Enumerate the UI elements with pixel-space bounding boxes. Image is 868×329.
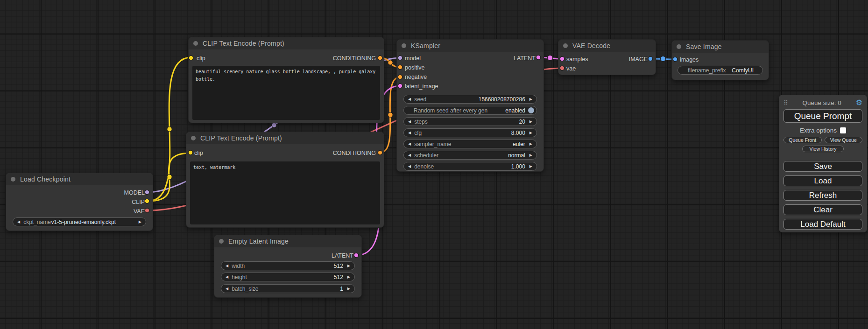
arrow-left-icon[interactable]: ◀	[226, 275, 228, 279]
widget-label: Random seed after every gen	[414, 107, 487, 114]
collapse-dot-icon[interactable]	[191, 136, 196, 140]
queue-prompt-button[interactable]: Queue Prompt	[783, 109, 862, 123]
arrow-left-icon[interactable]: ◀	[408, 98, 411, 101]
widget-label: batch_size	[232, 286, 258, 292]
arrow-right-icon[interactable]: ▶	[347, 275, 350, 279]
collapse-dot-icon[interactable]	[563, 43, 568, 48]
load-button[interactable]: Load	[783, 175, 862, 186]
widget-value: v1-5-pruned-emaonly.ckpt	[51, 219, 116, 225]
arrow-left-icon[interactable]: ◀	[17, 220, 20, 224]
node-title: KSampler	[411, 42, 440, 49]
save-button[interactable]: Save	[783, 161, 862, 172]
gear-icon[interactable]: ⚙	[856, 99, 862, 106]
input-label-samples: samples	[566, 56, 588, 63]
clear-button[interactable]: Clear	[783, 204, 862, 215]
output-label-image: IMAGE	[629, 56, 648, 63]
link-clip-negative	[148, 153, 191, 201]
collapse-dot-icon[interactable]	[193, 41, 198, 46]
drag-handle-icon[interactable]: ⠿	[783, 100, 788, 106]
output-label-latent: LATENT	[332, 252, 353, 259]
node-title: Save Image	[686, 43, 722, 50]
widget-label: seed	[414, 96, 426, 103]
widget-denoise[interactable]: ◀ denoise 1.000 ▶	[403, 162, 537, 171]
node-clip-text-encode-positive[interactable]: CLIP Text Encode (Prompt) clip CONDITION…	[188, 37, 384, 123]
widget-value: ComfyUI	[732, 67, 754, 74]
arrow-right-icon[interactable]: ▶	[139, 220, 141, 224]
prompt-textarea[interactable]: text, watermark	[190, 161, 380, 224]
node-load-checkpoint[interactable]: Load Checkpoint MODEL CLIP VAE ◀ ckpt_na…	[6, 173, 153, 231]
widget-value: enabled	[505, 107, 525, 114]
widget-value: euler	[513, 141, 525, 147]
node-save-image[interactable]: Save Image images filename_prefix ComfyU…	[671, 40, 769, 80]
view-queue-button[interactable]: View Queue	[825, 137, 863, 143]
widget-label: height	[232, 274, 247, 280]
toggle-dot-icon[interactable]	[528, 107, 534, 113]
widget-filename-prefix[interactable]: filename_prefix ComfyUI	[677, 66, 763, 75]
arrow-right-icon[interactable]: ▶	[529, 142, 532, 146]
arrow-right-icon[interactable]: ▶	[529, 131, 532, 135]
widget-width[interactable]: ◀ width 512 ▶	[221, 261, 355, 270]
input-label-clip: clip	[197, 55, 205, 62]
widget-value: normal	[508, 152, 525, 159]
arrow-left-icon[interactable]: ◀	[226, 287, 228, 291]
node-title: CLIP Text Encode (Prompt)	[200, 134, 282, 142]
prompt-textarea[interactable]: beautiful scenery nature glass bottle la…	[192, 66, 380, 120]
view-history-button[interactable]: View History	[802, 146, 843, 152]
arrow-left-icon[interactable]: ◀	[226, 264, 228, 268]
node-title-bar[interactable]: Empty Latent Image	[214, 235, 361, 247]
node-title-bar[interactable]: CLIP Text Encode (Prompt)	[189, 37, 384, 49]
widget-value: 512	[334, 274, 343, 280]
widget-height[interactable]: ◀ height 512 ▶	[221, 273, 355, 281]
node-title-bar[interactable]: Load Checkpoint	[6, 173, 153, 185]
widget-ckpt-name[interactable]: ◀ ckpt_name v1-5-pruned-emaonly.ckpt ▶	[13, 217, 146, 226]
widget-value: 20	[519, 119, 525, 125]
output-label-conditioning: CONDITIONING	[333, 150, 376, 156]
arrow-left-icon[interactable]: ◀	[408, 131, 411, 135]
arrow-right-icon[interactable]: ▶	[529, 120, 532, 124]
queue-panel: ⠿ Queue size: 0 ⚙ Queue Prompt Extra opt…	[779, 95, 867, 232]
arrow-right-icon[interactable]: ▶	[347, 287, 350, 291]
load-default-button[interactable]: Load Default	[783, 219, 862, 230]
collapse-dot-icon[interactable]	[11, 177, 15, 182]
arrow-right-icon[interactable]: ▶	[529, 98, 532, 101]
widget-value: 512	[334, 263, 343, 269]
collapse-dot-icon[interactable]	[402, 43, 406, 48]
node-ksampler[interactable]: KSampler model LATENT positive negative …	[396, 39, 544, 172]
refresh-button[interactable]: Refresh	[783, 190, 862, 201]
extra-options-label: Extra options	[800, 127, 837, 134]
arrow-left-icon[interactable]: ◀	[408, 120, 411, 124]
widget-steps[interactable]: ◀ steps 20 ▶	[403, 117, 537, 126]
widget-label: denoise	[414, 163, 434, 170]
widget-cfg[interactable]: ◀ cfg 8.000 ▶	[403, 128, 537, 137]
arrow-left-icon[interactable]: ◀	[408, 165, 411, 168]
widget-label: cfg	[414, 130, 422, 136]
node-title-bar[interactable]: CLIP Text Encode (Prompt)	[186, 132, 384, 144]
queue-size-label: Queue size: 0	[788, 99, 856, 106]
input-label-clip: clip	[194, 150, 203, 156]
arrow-right-icon[interactable]: ▶	[529, 154, 532, 157]
arrow-right-icon[interactable]: ▶	[347, 264, 350, 268]
arrow-right-icon[interactable]: ▶	[529, 165, 532, 168]
queue-front-button[interactable]: Queue Front	[783, 137, 822, 143]
extra-options-checkbox[interactable]	[840, 127, 846, 133]
arrow-left-icon[interactable]: ◀	[408, 154, 411, 157]
link-midpoint-dot	[167, 127, 172, 132]
widget-random-seed-toggle[interactable]: Random seed after every gen enabled	[403, 106, 537, 115]
node-title-bar[interactable]: VAE Decode	[558, 40, 656, 52]
node-vae-decode[interactable]: VAE Decode samples IMAGE vae	[558, 39, 656, 75]
node-title-bar[interactable]: Save Image	[672, 41, 769, 53]
widget-seed[interactable]: ◀ seed 156680208700286 ▶	[403, 95, 537, 104]
widget-scheduler[interactable]: ◀ scheduler normal ▶	[403, 151, 537, 160]
node-empty-latent-image[interactable]: Empty Latent Image LATENT ◀ width 512 ▶ …	[214, 235, 362, 298]
widget-value: 1	[340, 286, 343, 292]
arrow-left-icon[interactable]: ◀	[408, 142, 411, 146]
collapse-dot-icon[interactable]	[219, 239, 224, 244]
collapse-dot-icon[interactable]	[677, 44, 681, 49]
widget-label: width	[232, 263, 245, 269]
link-midpoint-dot	[272, 123, 276, 127]
output-label-latent: LATENT	[514, 55, 536, 62]
node-title-bar[interactable]: KSampler	[397, 40, 543, 52]
widget-sampler-name[interactable]: ◀ sampler_name euler ▶	[403, 140, 537, 148]
widget-batch-size[interactable]: ◀ batch_size 1 ▶	[221, 284, 355, 293]
node-clip-text-encode-negative[interactable]: CLIP Text Encode (Prompt) clip CONDITION…	[186, 132, 384, 228]
